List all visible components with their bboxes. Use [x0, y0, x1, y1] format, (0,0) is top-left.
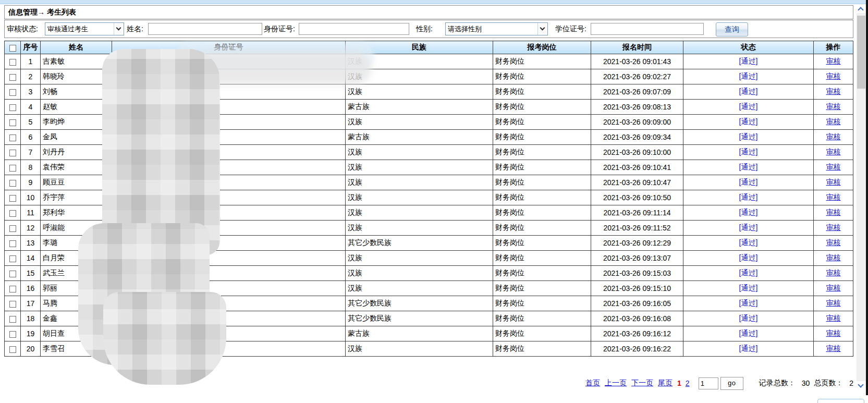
- scroll-down-icon[interactable]: [857, 381, 866, 390]
- row-checkbox[interactable]: [9, 286, 16, 292]
- select-all-checkbox[interactable]: [9, 45, 16, 52]
- status-link[interactable]: [通过]: [739, 87, 758, 95]
- status-link[interactable]: [通过]: [739, 284, 758, 292]
- row-checkbox[interactable]: [9, 255, 16, 262]
- scroll-up-icon[interactable]: [857, 4, 866, 13]
- vertical-scrollbar[interactable]: [857, 4, 866, 390]
- candidate-id: [112, 190, 346, 205]
- ethnicity: 汉族: [346, 190, 493, 205]
- candidate-name: 乔宇萍: [41, 190, 112, 205]
- audit-link[interactable]: 审核: [826, 148, 841, 156]
- row-checkbox[interactable]: [9, 271, 16, 277]
- audit-link[interactable]: 审核: [826, 72, 841, 80]
- row-checkbox[interactable]: [9, 150, 16, 156]
- row-checkbox[interactable]: [9, 195, 16, 202]
- status-link[interactable]: [通过]: [739, 117, 758, 126]
- candidate-id: [112, 341, 346, 357]
- status-link[interactable]: [通过]: [739, 268, 758, 277]
- row-checkbox[interactable]: [9, 210, 16, 217]
- row-checkbox[interactable]: [9, 180, 16, 187]
- candidate-id: [112, 160, 346, 175]
- status-link[interactable]: [通过]: [739, 148, 758, 156]
- status-cell: [通过]: [683, 115, 814, 130]
- row-number: 8: [21, 160, 41, 175]
- audit-link[interactable]: 审核: [826, 314, 841, 322]
- row-checkbox[interactable]: [9, 135, 16, 141]
- scrollbar-thumb[interactable]: [857, 16, 865, 89]
- audit-link[interactable]: 审核: [826, 253, 841, 262]
- id-filter-input[interactable]: [299, 23, 409, 35]
- status-link[interactable]: [通过]: [739, 314, 758, 322]
- audit-link[interactable]: 审核: [826, 193, 841, 201]
- audit-link[interactable]: 审核: [826, 344, 841, 352]
- status-link[interactable]: [通过]: [739, 344, 758, 352]
- register-time: 2021-03-26 09:08:13: [591, 100, 683, 115]
- status-link[interactable]: [通过]: [739, 329, 758, 337]
- row-checkbox[interactable]: [9, 74, 16, 81]
- action-cell: 审核: [814, 311, 853, 326]
- audit-link[interactable]: 审核: [826, 223, 841, 231]
- row-checkbox[interactable]: [9, 301, 16, 308]
- status-cell: [通过]: [683, 205, 814, 221]
- table-row: 13李璐其它少数民族财务岗位2021-03-26 09:12:29[通过]审核: [5, 236, 853, 251]
- name-filter-input[interactable]: [148, 23, 262, 35]
- status-link[interactable]: [通过]: [739, 178, 758, 186]
- status-link[interactable]: [通过]: [739, 57, 758, 65]
- position: 财务岗位: [493, 175, 591, 190]
- status-link[interactable]: [通过]: [739, 238, 758, 247]
- status-link[interactable]: [通过]: [739, 223, 758, 231]
- next-page-link[interactable]: 下一页: [631, 378, 653, 388]
- status-link[interactable]: [通过]: [739, 299, 758, 307]
- audit-link[interactable]: 审核: [826, 268, 841, 277]
- audit-link[interactable]: 审核: [826, 178, 841, 186]
- status-filter-select[interactable]: 审核通过考生: [45, 22, 124, 35]
- register-time: 2021-03-26 09:11:14: [591, 205, 683, 221]
- gender-filter-select[interactable]: 请选择性别: [445, 22, 548, 35]
- audit-link[interactable]: 审核: [826, 208, 841, 216]
- audit-link[interactable]: 审核: [826, 117, 841, 126]
- page-2-link[interactable]: 2: [686, 379, 690, 387]
- row-checkbox[interactable]: [9, 225, 16, 232]
- goto-page-input[interactable]: [699, 377, 718, 389]
- row-checkbox[interactable]: [9, 346, 16, 353]
- status-link[interactable]: [通过]: [739, 163, 758, 171]
- register-time: 2021-03-26 09:10:41: [591, 160, 683, 175]
- audit-link[interactable]: 审核: [826, 238, 841, 247]
- candidate-id: [112, 130, 346, 145]
- first-page-link[interactable]: 首页: [585, 378, 600, 388]
- row-checkbox[interactable]: [9, 240, 16, 247]
- row-number: 7: [21, 145, 41, 160]
- status-link[interactable]: [通过]: [739, 132, 758, 141]
- row-checkbox[interactable]: [9, 331, 16, 338]
- prev-page-link[interactable]: 上一页: [605, 378, 627, 388]
- ethnicity: 蒙古族: [346, 100, 493, 115]
- audit-link[interactable]: 审核: [826, 163, 841, 171]
- status-link[interactable]: [通过]: [739, 208, 758, 216]
- audit-link[interactable]: 审核: [826, 329, 841, 337]
- row-checkbox[interactable]: [9, 316, 16, 323]
- last-page-link[interactable]: 尾页: [658, 378, 673, 388]
- audit-link[interactable]: 审核: [826, 284, 841, 292]
- audit-link[interactable]: 审核: [826, 299, 841, 307]
- row-checkbox[interactable]: [9, 119, 16, 126]
- go-button[interactable]: go: [720, 377, 743, 390]
- row-checkbox[interactable]: [9, 104, 16, 111]
- audit-link[interactable]: 审核: [826, 87, 841, 95]
- audit-link[interactable]: 审核: [826, 57, 841, 65]
- degree-filter-input[interactable]: [591, 23, 704, 35]
- audit-link[interactable]: 审核: [826, 132, 841, 141]
- status-link[interactable]: [通过]: [739, 102, 758, 111]
- status-cell: [通过]: [683, 145, 814, 160]
- candidate-name: 李璐: [41, 236, 112, 251]
- position: 财务岗位: [493, 160, 591, 175]
- action-cell: 审核: [814, 145, 853, 160]
- query-button[interactable]: 查询: [716, 22, 748, 36]
- status-link[interactable]: [通过]: [739, 193, 758, 201]
- status-link[interactable]: [通过]: [739, 253, 758, 262]
- action-cell: 审核: [814, 130, 853, 145]
- row-checkbox[interactable]: [9, 165, 16, 172]
- row-checkbox[interactable]: [9, 89, 16, 96]
- audit-link[interactable]: 审核: [826, 102, 841, 111]
- status-link[interactable]: [通过]: [739, 72, 758, 80]
- row-checkbox[interactable]: [9, 59, 16, 66]
